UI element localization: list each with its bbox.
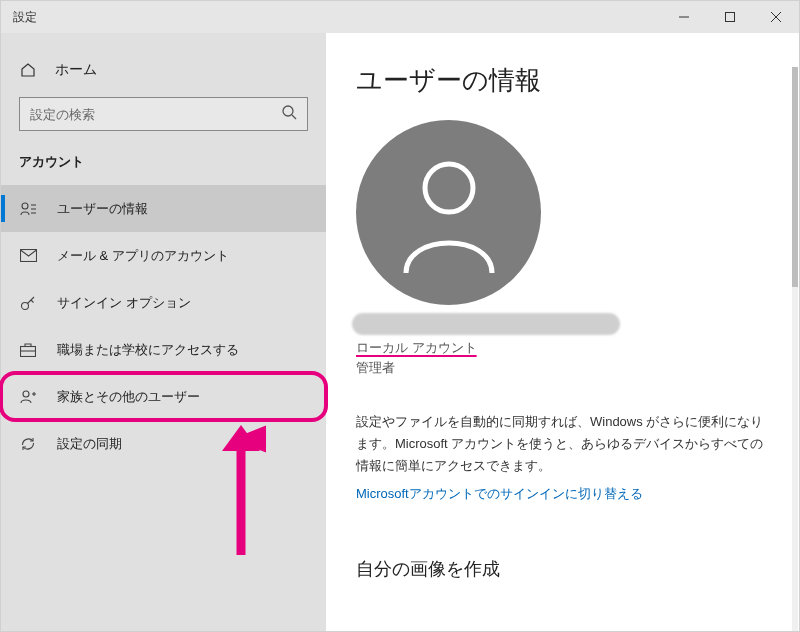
maximize-button[interactable] [707, 1, 753, 33]
account-name-redacted [352, 313, 620, 335]
svg-point-11 [22, 302, 29, 309]
sidebar-item-signin-options[interactable]: サインイン オプション [1, 279, 326, 326]
account-role-label: 管理者 [356, 359, 769, 377]
sidebar-item-work-school[interactable]: 職場または学校にアクセスする [1, 326, 326, 373]
page-title: ユーザーの情報 [356, 63, 769, 98]
sync-icon [19, 436, 37, 452]
svg-point-4 [283, 106, 293, 116]
scrollbar-thumb[interactable] [792, 67, 798, 287]
svg-point-16 [23, 391, 29, 397]
minimize-icon [679, 12, 689, 22]
home-button[interactable]: ホーム [1, 53, 326, 97]
search-box[interactable] [19, 97, 308, 131]
switch-to-microsoft-account-link[interactable]: Microsoftアカウントでのサインインに切り替える [356, 485, 769, 503]
sidebar-item-label: 家族とその他のユーザー [57, 388, 200, 406]
sidebar-item-label: 職場または学校にアクセスする [57, 341, 239, 359]
sidebar: ホーム アカウント ユーザーの情報 メール & アプリのアカウント [1, 33, 326, 631]
titlebar: 設定 [1, 1, 799, 33]
person-card-icon [19, 201, 37, 216]
settings-window: 設定 ホーム [0, 0, 800, 632]
avatar [356, 120, 541, 305]
close-icon [771, 12, 781, 22]
mail-icon [19, 249, 37, 262]
scrollbar-track[interactable] [792, 67, 798, 631]
sync-description: 設定やファイルを自動的に同期すれば、Windows がさらに便利になります。Mi… [356, 411, 769, 477]
briefcase-icon [19, 343, 37, 357]
svg-point-6 [22, 203, 28, 209]
window-body: ホーム アカウント ユーザーの情報 メール & アプリのアカウント [1, 33, 799, 631]
svg-line-5 [292, 115, 296, 119]
svg-line-13 [31, 300, 34, 303]
search-icon [282, 105, 297, 124]
account-type-label: ローカル アカウント [356, 339, 769, 357]
home-label: ホーム [55, 61, 97, 79]
content-pane: ユーザーの情報 ローカル アカウント 管理者 設定やファイルを自動的に同期すれば… [326, 33, 799, 631]
sidebar-item-sync-settings[interactable]: 設定の同期 [1, 420, 326, 467]
sidebar-item-email-accounts[interactable]: メール & アプリのアカウント [1, 232, 326, 279]
search-input[interactable] [30, 107, 282, 122]
svg-point-19 [425, 164, 473, 212]
person-icon [394, 153, 504, 273]
window-controls [661, 1, 799, 33]
create-picture-heading: 自分の画像を作成 [356, 557, 769, 581]
sidebar-section-title: アカウント [1, 153, 326, 185]
sidebar-item-label: 設定の同期 [57, 435, 122, 453]
window-title: 設定 [13, 9, 37, 26]
maximize-icon [725, 12, 735, 22]
sidebar-item-family-other-users[interactable]: 家族とその他のユーザー [1, 373, 326, 420]
person-plus-icon [19, 389, 37, 404]
key-icon [19, 295, 37, 311]
svg-rect-1 [726, 13, 735, 22]
sidebar-item-label: ユーザーの情報 [57, 200, 148, 218]
home-icon [19, 62, 37, 78]
sidebar-item-user-info[interactable]: ユーザーの情報 [1, 185, 326, 232]
sidebar-item-label: サインイン オプション [57, 294, 191, 312]
sidebar-item-label: メール & アプリのアカウント [57, 247, 229, 265]
minimize-button[interactable] [661, 1, 707, 33]
close-button[interactable] [753, 1, 799, 33]
